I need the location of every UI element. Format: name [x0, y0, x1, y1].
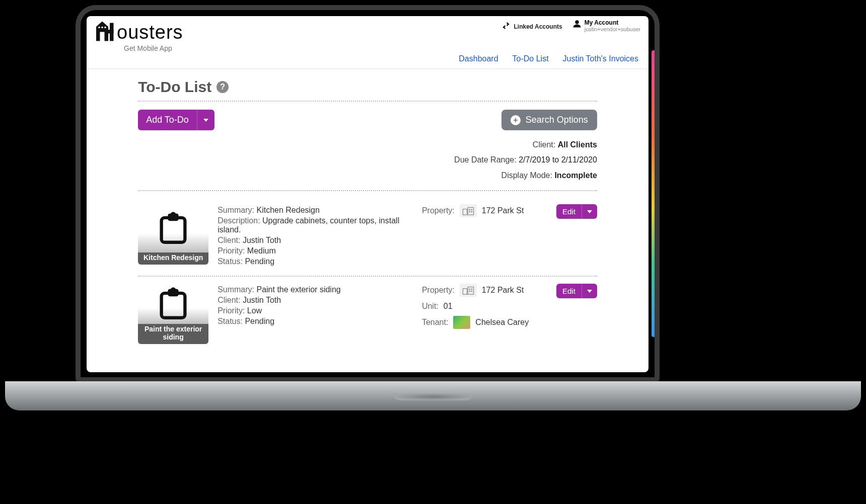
my-account-title: My Account — [585, 19, 640, 26]
search-options-button[interactable]: + Search Options — [501, 110, 597, 130]
status-label: Status: — [218, 317, 243, 325]
content-area: To-Do List ? Add To-Do + — [126, 69, 609, 352]
nav-dashboard[interactable]: Dashboard — [459, 54, 498, 63]
brand-block: ousters Get Mobile App — [95, 19, 183, 52]
filter-date-value: 2/7/2019 to 2/11/2020 — [519, 155, 597, 164]
summary-label: Summary: — [218, 285, 254, 294]
swap-icon — [501, 22, 511, 31]
property-label: Property: — [422, 206, 455, 215]
client-label: Client: — [218, 296, 240, 304]
edit-dropdown[interactable] — [582, 204, 597, 219]
item-property-col: Property: 172 Park St — [422, 204, 538, 268]
nav-invoices[interactable]: Justin Toth's Invoices — [563, 54, 638, 63]
svg-rect-21 — [471, 289, 472, 290]
svg-rect-20 — [469, 289, 470, 290]
svg-rect-10 — [468, 208, 473, 215]
account-area: Linked Accounts My Account justin+vendor… — [501, 19, 640, 32]
svg-point-2 — [98, 27, 100, 29]
help-icon[interactable]: ? — [216, 81, 229, 93]
thumbnail-caption: Kitchen Redesign — [138, 253, 208, 265]
title-divider — [138, 101, 597, 102]
svg-point-4 — [104, 27, 106, 29]
summary-label: Summary: — [218, 206, 254, 214]
thumbnail-caption: Paint the exterior siding — [138, 324, 208, 344]
svg-rect-14 — [471, 211, 472, 212]
item-actions: Edit — [547, 204, 597, 268]
brand-logo[interactable]: ousters — [95, 19, 183, 45]
edit-button[interactable]: Edit — [556, 204, 582, 219]
summary-value: Paint the exterior siding — [256, 285, 340, 294]
item-details: Summary: Kitchen Redesign Description: U… — [218, 204, 413, 268]
clipboard-icon — [156, 286, 190, 322]
tenant-value[interactable]: Chelsea Carey — [475, 318, 529, 327]
svg-rect-6 — [162, 218, 185, 242]
logo-h-icon — [95, 19, 119, 45]
filter-summary: Client: All Clients Due Date Range: 2/7/… — [138, 137, 597, 183]
todo-thumbnail[interactable]: Kitchen Redesign — [138, 204, 208, 265]
add-todo-dropdown[interactable] — [197, 110, 214, 130]
priority-label: Priority: — [218, 246, 245, 255]
client-value: Justin Toth — [243, 296, 281, 304]
search-options-label: Search Options — [526, 115, 588, 125]
status-value: Pending — [245, 317, 274, 325]
chevron-down-icon — [203, 119, 208, 122]
svg-rect-18 — [463, 289, 467, 294]
priority-value: Medium — [247, 246, 276, 255]
svg-point-17 — [171, 287, 176, 293]
add-todo-button[interactable]: Add To-Do — [138, 110, 197, 130]
action-row: Add To-Do + Search Options — [138, 110, 597, 130]
building-icon — [460, 204, 477, 217]
filter-display-mode-label: Display Mode: — [501, 171, 552, 180]
plus-circle-icon: + — [511, 115, 521, 125]
screen: ousters Get Mobile App Linked Accounts — [87, 16, 648, 372]
svg-rect-11 — [469, 209, 470, 210]
svg-rect-1 — [106, 30, 114, 34]
linked-accounts-link[interactable]: Linked Accounts — [501, 19, 562, 31]
summary-value: Kitchen Redesign — [256, 206, 319, 214]
chevron-down-icon — [587, 210, 592, 213]
get-mobile-app-link[interactable]: Get Mobile App — [124, 44, 183, 52]
add-todo-label: Add To-Do — [146, 115, 189, 125]
my-account-link[interactable]: My Account justin+vendor+subuser — [572, 19, 640, 32]
nav-todo-list[interactable]: To-Do List — [513, 54, 549, 63]
page-title-text: To-Do List — [138, 78, 211, 96]
edit-dropdown[interactable] — [582, 284, 597, 298]
laptop-frame: ousters Get Mobile App Linked Accounts — [76, 5, 660, 382]
chevron-down-icon — [587, 290, 592, 293]
status-label: Status: — [218, 257, 243, 266]
tenant-photo-icon — [453, 316, 470, 329]
item-actions: Edit — [547, 284, 597, 344]
svg-rect-12 — [471, 209, 472, 210]
item-details: Summary: Paint the exterior siding Clien… — [218, 284, 413, 344]
unit-label: Unit: — [422, 302, 439, 311]
svg-point-3 — [101, 27, 103, 29]
property-value[interactable]: 172 Park St — [482, 286, 524, 295]
svg-rect-15 — [162, 293, 185, 318]
description-label: Description: — [218, 216, 260, 225]
unit-value: 01 — [444, 302, 453, 311]
main-nav: Dashboard To-Do List Justin Toth's Invoi… — [87, 52, 648, 68]
edit-button[interactable]: Edit — [556, 284, 582, 298]
svg-rect-22 — [469, 291, 470, 292]
stage: ousters Get Mobile App Linked Accounts — [0, 0, 866, 504]
item-property-col: Property: 172 Park St Unit: 01 — [422, 284, 538, 344]
svg-point-5 — [575, 20, 579, 24]
page-title: To-Do List ? — [138, 78, 597, 96]
property-label: Property: — [422, 286, 455, 295]
client-value: Justin Toth — [243, 236, 281, 244]
priority-label: Priority: — [218, 306, 245, 315]
add-todo-group: Add To-Do — [138, 110, 214, 130]
filter-client-label: Client: — [533, 140, 555, 149]
svg-rect-9 — [463, 209, 467, 215]
frame-accent-strip — [652, 50, 656, 337]
my-account-username: justin+vendor+subuser — [585, 26, 640, 32]
svg-point-8 — [171, 212, 176, 217]
status-value: Pending — [245, 257, 274, 266]
brand-name: ousters — [117, 22, 183, 43]
svg-rect-19 — [468, 287, 473, 295]
linked-accounts-label: Linked Accounts — [514, 23, 562, 30]
filter-client-value: All Clients — [558, 140, 597, 149]
property-value[interactable]: 172 Park St — [482, 206, 524, 215]
client-label: Client: — [218, 236, 240, 244]
todo-thumbnail[interactable]: Paint the exterior siding — [138, 284, 208, 344]
